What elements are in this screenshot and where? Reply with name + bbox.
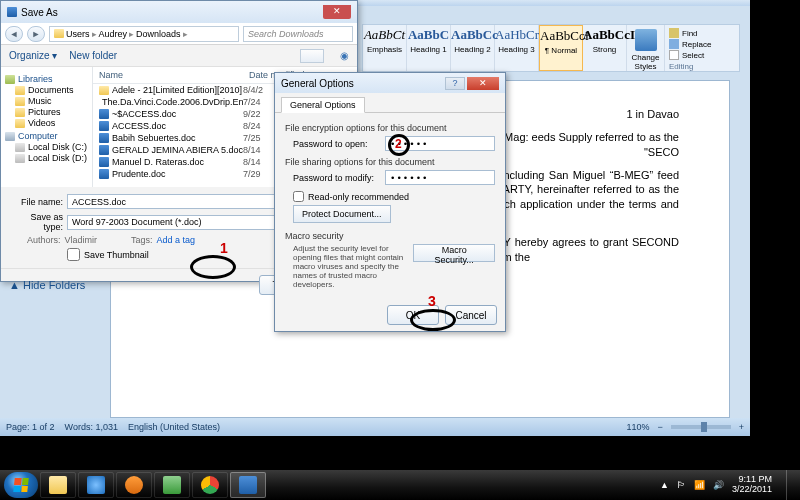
taskbar-app[interactable] [154, 472, 190, 498]
taskbar-ie[interactable] [78, 472, 114, 498]
cancel-button[interactable]: Cancel [445, 305, 497, 325]
zoom-out-button[interactable]: − [657, 422, 662, 432]
save-as-titlebar[interactable]: Save As ✕ [1, 1, 357, 23]
filename-label: File name: [9, 197, 63, 207]
replace-icon [669, 39, 679, 49]
word-doc-icon [99, 157, 109, 167]
hide-folders-button[interactable]: ▲ Hide Folders [9, 279, 85, 291]
tray-flag-icon[interactable]: 🏳 [677, 480, 686, 490]
file-name: ~$ACCESS.doc [112, 109, 176, 119]
tab-general-options[interactable]: General Options [281, 97, 365, 113]
save-thumbnail-label: Save Thumbnail [84, 250, 149, 260]
taskbar-mediaplayer[interactable] [116, 472, 152, 498]
close-button[interactable]: ✕ [467, 77, 499, 90]
find-button[interactable]: Find [669, 28, 721, 38]
wmp-icon [125, 476, 143, 494]
tree-pictures[interactable]: Pictures [15, 107, 90, 117]
status-words[interactable]: Words: 1,031 [65, 422, 118, 432]
ok-button[interactable]: OK [387, 305, 439, 325]
word-icon [7, 7, 17, 17]
macro-security-button[interactable]: Macro Security... [413, 244, 495, 262]
organize-button[interactable]: Organize ▾ [9, 50, 57, 61]
help-button[interactable]: ? [445, 77, 465, 90]
forward-button[interactable]: ► [27, 26, 45, 42]
folder-tree[interactable]: Libraries Documents Music Pictures Video… [1, 67, 93, 187]
breadcrumb-seg[interactable]: Users [66, 29, 90, 39]
breadcrumb-seg[interactable]: Downloads [136, 29, 181, 39]
select-button[interactable]: Select [669, 50, 721, 60]
genopt-titlebar[interactable]: General Options ? ✕ [275, 73, 505, 93]
save-thumbnail-checkbox[interactable] [67, 248, 80, 261]
change-styles-button[interactable]: Change Styles [627, 25, 665, 71]
password-open-label: Password to open: [293, 139, 379, 149]
file-name: Prudente.doc [112, 169, 166, 179]
folder-icon [54, 29, 64, 38]
tray-volume-icon[interactable]: 🔊 [713, 480, 724, 490]
style-heading1[interactable]: AaBbCHeading 1 [407, 25, 451, 71]
show-desktop-button[interactable] [786, 470, 796, 500]
zoom-in-button[interactable]: + [739, 422, 744, 432]
status-zoom[interactable]: 110% [626, 422, 649, 432]
general-options-dialog: General Options ? ✕ General Options File… [274, 72, 506, 332]
system-tray[interactable]: ▲ 🏳 📶 🔊 9:11 PM 3/22/2011 [660, 470, 796, 500]
protect-document-button[interactable]: Protect Document... [293, 205, 391, 223]
ie-icon [87, 476, 105, 494]
authors-label: Authors: [27, 235, 61, 245]
replace-button[interactable]: Replace [669, 39, 721, 49]
tree-videos[interactable]: Videos [15, 118, 90, 128]
computer-icon [5, 132, 15, 141]
tree-disk-d[interactable]: Local Disk (D:) [15, 153, 90, 163]
taskbar-explorer[interactable] [40, 472, 76, 498]
folder-icon [15, 97, 25, 106]
disk-icon [15, 143, 25, 152]
style-emphasis[interactable]: AaBbCtEmphasis [363, 25, 407, 71]
style-strong[interactable]: AaBbCcIStrong [583, 25, 627, 71]
tray-icon[interactable]: ▲ [660, 480, 669, 490]
file-name: GERALD JEMINA ABIERA 5.doc [112, 145, 243, 155]
tree-computer[interactable]: Computer [5, 131, 90, 141]
change-styles-icon [635, 29, 657, 51]
password-modify-input[interactable]: •••••• [385, 170, 495, 185]
taskbar-word[interactable] [230, 472, 266, 498]
file-name: The.Da.Vinci.Code.2006.DvDrip.Eng[.aXXo [102, 97, 243, 107]
word-doc-icon [99, 109, 109, 119]
taskbar-chrome[interactable] [192, 472, 228, 498]
save-as-toolbar: Organize ▾ New folder ◉ [1, 45, 357, 67]
word-doc-icon [99, 169, 109, 179]
taskbar-clock[interactable]: 9:11 PM 3/22/2011 [732, 475, 772, 495]
authors-value[interactable]: Vladimir [65, 235, 98, 245]
tree-libraries[interactable]: Libraries [5, 74, 90, 84]
nav-bar: ◄ ► Users▸ Audrey▸ Downloads▸ Search Dow… [1, 23, 357, 45]
breadcrumb[interactable]: Users▸ Audrey▸ Downloads▸ [49, 26, 239, 42]
col-name[interactable]: Name [93, 67, 243, 83]
new-folder-button[interactable]: New folder [69, 50, 117, 61]
tree-music[interactable]: Music [15, 96, 90, 106]
style-heading2[interactable]: AaBbCcHeading 2 [451, 25, 495, 71]
help-icon[interactable]: ◉ [340, 50, 349, 61]
taskbar: ▲ 🏳 📶 🔊 9:11 PM 3/22/2011 [0, 470, 800, 500]
password-open-input[interactable]: •••••• [385, 136, 495, 151]
breadcrumb-seg[interactable]: Audrey [99, 29, 128, 39]
windows-logo-icon [13, 478, 28, 492]
tree-documents[interactable]: Documents [15, 85, 90, 95]
status-page[interactable]: Page: 1 of 2 [6, 422, 55, 432]
readonly-checkbox[interactable] [293, 191, 304, 202]
editing-group: Find Replace Select Editing [665, 25, 725, 71]
genopt-tabs: General Options [275, 93, 505, 113]
savetype-label: Save as type: [9, 212, 63, 232]
tray-network-icon[interactable]: 📶 [694, 480, 705, 490]
view-button[interactable] [300, 49, 324, 63]
search-input[interactable]: Search Downloads [243, 26, 353, 42]
folder-icon [99, 86, 109, 95]
start-button[interactable] [4, 472, 38, 498]
encryption-section-label: File encryption options for this documen… [285, 123, 495, 133]
close-button[interactable]: ✕ [323, 5, 351, 19]
tree-disk-c[interactable]: Local Disk (C:) [15, 142, 90, 152]
folder-icon [15, 119, 25, 128]
status-language[interactable]: English (United States) [128, 422, 220, 432]
style-normal[interactable]: AaBbCcI¶ Normal [539, 25, 583, 71]
style-heading3[interactable]: AaHbCrHeading 3 [495, 25, 539, 71]
tags-value[interactable]: Add a tag [157, 235, 196, 245]
zoom-slider[interactable] [671, 425, 731, 429]
back-button[interactable]: ◄ [5, 26, 23, 42]
